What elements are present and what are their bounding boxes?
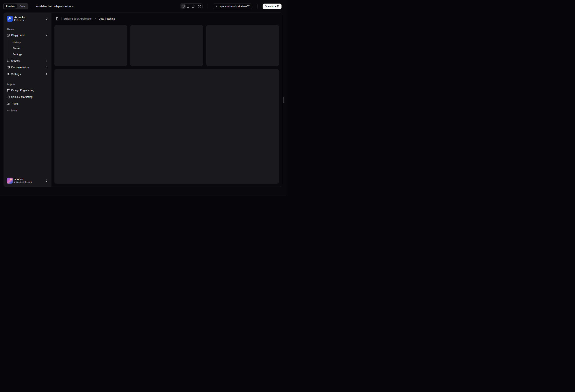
sidebar-subitem-starred[interactable]: Starred	[11, 46, 50, 51]
sidebar-item-label: Sales & Marketing	[11, 95, 33, 98]
tablet-icon	[187, 5, 190, 8]
sidebar-item-label: Documentation	[11, 66, 29, 69]
install-command-text: npx shadcn add sidebar-07	[220, 5, 250, 8]
main-content	[51, 25, 282, 187]
user-avatar	[7, 178, 13, 184]
placeholder-card	[206, 25, 279, 66]
view-mode-toggle: Preview Code	[3, 3, 28, 9]
sidebar-toggle-button[interactable]	[54, 16, 60, 21]
device-desktop-button[interactable]	[181, 4, 186, 9]
sidebar-item-design-engineering[interactable]: Design Engineering	[5, 87, 50, 93]
placeholder-card	[130, 25, 203, 66]
toolbar-separator	[257, 4, 258, 9]
open-in-label: Open in	[265, 5, 273, 8]
chevron-down-icon	[45, 34, 48, 37]
user-email: m@example.com	[14, 181, 32, 183]
chevrons-up-down-icon	[45, 179, 48, 182]
fullscreen-icon	[198, 5, 201, 8]
sidebar-item-label: Models	[11, 59, 20, 62]
sidebar-item-more[interactable]: More	[5, 108, 50, 113]
sidebar-item-label: Playground	[11, 34, 24, 37]
block-description: A sidebar that collapses to icons.	[36, 5, 74, 8]
platform-menu: Playground History Starred Settings Mode…	[5, 32, 50, 77]
chevron-right-icon	[45, 59, 48, 62]
map-icon	[7, 102, 10, 105]
placeholder-cards-row	[54, 25, 279, 66]
org-logo	[7, 16, 13, 22]
placeholder-panel	[54, 69, 279, 184]
toolbar: Preview Code A sidebar that collapses to…	[0, 0, 288, 13]
sidebar-item-settings[interactable]: Settings	[5, 71, 50, 77]
main-header: Building Your Application Data Fetching	[51, 13, 282, 25]
frame-icon	[7, 89, 10, 92]
sidebar-item-documentation[interactable]: Documentation	[5, 65, 50, 70]
device-phone-button[interactable]	[191, 4, 195, 9]
org-name: Acme Inc	[14, 16, 26, 19]
org-switcher[interactable]: Acme Inc Enterprise	[5, 14, 50, 23]
ellipsis-icon	[7, 109, 10, 112]
sidebar-item-label: Travel	[11, 102, 18, 105]
tab-preview[interactable]: Preview	[3, 4, 17, 9]
pie-chart-icon	[7, 95, 10, 98]
fullscreen-button[interactable]	[197, 4, 202, 9]
book-open-icon	[7, 66, 10, 69]
block-preview-screen: Preview Code A sidebar that collapses to…	[0, 0, 288, 196]
user-menu[interactable]: shadcn m@example.com	[5, 176, 50, 185]
page-scrollbar-thumb[interactable]	[283, 97, 284, 103]
breadcrumb: Building Your Application Data Fetching	[64, 17, 115, 20]
toolbar-separator	[31, 4, 31, 8]
main-area: Building Your Application Data Fetching	[51, 13, 282, 187]
chevrons-up-down-icon	[45, 17, 48, 20]
tab-code[interactable]: Code	[17, 4, 28, 9]
breadcrumb-section[interactable]: Building Your Application	[64, 17, 92, 20]
user-meta: shadcn m@example.com	[14, 178, 32, 184]
install-command[interactable]: npx shadcn add sidebar-07	[213, 3, 252, 9]
sidebar-item-label: More	[11, 109, 17, 112]
monitor-icon	[182, 5, 185, 8]
projects-menu: Design Engineering Sales & Marketing Tra…	[5, 87, 50, 113]
square-terminal-icon	[7, 34, 10, 37]
toolbar-right: npx shadcn add sidebar-07 Open in	[180, 3, 282, 9]
org-meta: Acme Inc Enterprise	[14, 16, 26, 22]
sidebar-item-travel[interactable]: Travel	[5, 101, 50, 107]
placeholder-card	[54, 25, 127, 66]
sliders-icon	[7, 73, 10, 76]
smartphone-icon	[192, 5, 194, 8]
toolbar-separator	[208, 4, 208, 9]
sidebar-subitem-settings[interactable]: Settings	[11, 52, 50, 57]
device-toggle-group	[180, 3, 203, 9]
chevron-right-icon	[45, 73, 48, 76]
user-name: shadcn	[14, 178, 32, 181]
sidebar-item-label: Design Engineering	[11, 89, 34, 92]
sidebar-item-label: Settings	[11, 73, 21, 76]
playground-submenu: History Starred Settings	[8, 40, 50, 57]
group-label-projects: Projects	[5, 82, 50, 87]
sidebar: Acme Inc Enterprise Platform Playground	[4, 13, 51, 187]
gallery-vertical-end-icon	[8, 17, 11, 20]
org-plan: Enterprise	[14, 19, 26, 22]
v0-logo-icon	[275, 5, 279, 7]
bot-icon	[7, 59, 10, 62]
sidebar-item-sales-marketing[interactable]: Sales & Marketing	[5, 94, 50, 100]
preview-frame: Acme Inc Enterprise Platform Playground	[3, 13, 282, 187]
chevron-right-icon	[45, 66, 48, 69]
device-tablet-button[interactable]	[186, 4, 191, 9]
open-in-v0-button[interactable]: Open in	[263, 3, 282, 9]
device-group-separator	[196, 5, 196, 8]
sidebar-item-models[interactable]: Models	[5, 58, 50, 64]
sidebar-subitem-history[interactable]: History	[11, 40, 50, 45]
breadcrumb-separator	[61, 17, 62, 20]
panel-left-icon	[55, 17, 58, 20]
terminal-icon	[216, 5, 218, 8]
chevron-right-icon	[94, 17, 97, 20]
breadcrumb-page: Data Fetching	[98, 17, 115, 20]
sidebar-item-playground[interactable]: Playground	[5, 32, 50, 38]
group-label-platform: Platform	[5, 27, 50, 32]
sidebar-footer: shadcn m@example.com	[5, 176, 50, 185]
